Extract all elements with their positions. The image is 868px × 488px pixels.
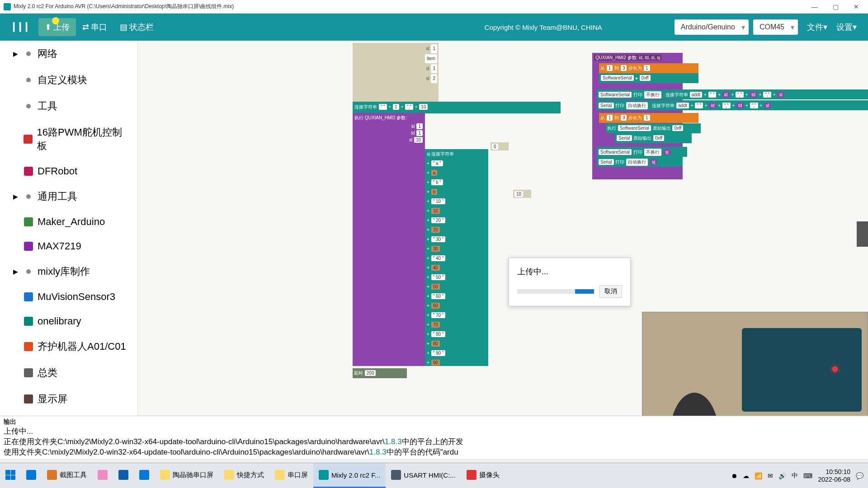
settings-menu[interactable]: 设置▾ — [832, 18, 861, 36]
block-range-2[interactable]: 从 1 到 3 步长为 1 — [599, 113, 698, 123]
category-item[interactable]: MAX7219 — [0, 234, 137, 258]
category-item[interactable]: ▶网络 — [0, 41, 137, 67]
minimize-button[interactable]: — — [811, 3, 818, 10]
block-soft-noline[interactable]: SoftwareSerial 打印 不换行 sj — [597, 147, 687, 157]
category-item[interactable]: DFRobot — [0, 159, 137, 183]
taskbar-item[interactable]: Mixly 2.0 rc2 F... — [313, 463, 386, 488]
taskbar-item[interactable]: 串口屏 — [269, 463, 313, 488]
upload-dialog: 上传中... 取消 — [509, 258, 631, 306]
toolbar: ▎▎▎ ⬆ 上传 ⇄ 串口 ▤ 状态栏 Copyright © Mixly Te… — [0, 14, 868, 41]
category-sidebar: ▶网络自定义模块工具16路PWM舵机控制板DFRobot▶通用工具Maker_A… — [0, 41, 138, 416]
category-item[interactable]: 显示屏 — [0, 386, 137, 412]
block-init[interactable]: sl 1 item sl 1 sl 2 — [353, 43, 439, 102]
side-collapse-handle[interactable] — [857, 221, 868, 247]
block-range[interactable]: 从 1 到 3 步长为 1 — [599, 63, 698, 73]
category-item[interactable]: 16路PWM舵机控制板 — [0, 119, 137, 159]
taskbar-item[interactable]: 摄像头 — [461, 463, 505, 488]
clock[interactable]: 10:50:102022-06-08 — [818, 468, 850, 483]
port-select[interactable]: COM45 — [753, 19, 798, 35]
block-serial-print[interactable]: Serial 打印 自动换行 连接字符串 addt + " " + id + "… — [597, 100, 868, 110]
taskbar: 截图工具陶晶驰串口屏快捷方式串口屏Mixly 2.0 rc2 F...USART… — [0, 463, 868, 488]
block-quxian-exec[interactable]: 执行 QUXIAN_HMI2 参数: id 1 td 1 sl 10 — [353, 113, 425, 366]
console-header: 输出 — [4, 418, 864, 426]
tool-nav-left[interactable]: ▎▎▎ — [7, 19, 38, 36]
category-item[interactable]: 总类 — [0, 360, 137, 386]
orphan-0[interactable]: 0 — [491, 142, 509, 150]
category-item[interactable]: 齐护机器人A01/C01 — [0, 333, 137, 360]
copyright-text: Copyright © Mixly Team@BNU, CHINA — [485, 23, 602, 31]
keyboard-icon[interactable]: ⌨ — [803, 472, 812, 479]
taskbar-item[interactable]: 截图工具 — [42, 463, 92, 488]
progress-bar — [517, 289, 594, 294]
console-line: 使用文件夹C:\mixly2\Mixly2.0-win32-x64-update… — [4, 447, 864, 457]
taskbar-item[interactable] — [21, 463, 42, 488]
app-icon — [4, 3, 11, 10]
block-exec-soft[interactable]: 执行 SoftwareSerial 原始输出 0xff — [606, 123, 701, 133]
upload-button[interactable]: ⬆ 上传 — [38, 18, 76, 36]
tray-icon[interactable]: ⏺ — [731, 472, 737, 479]
category-item[interactable]: ▶mixly库制作 — [0, 258, 137, 285]
taskbar-item[interactable] — [113, 463, 134, 488]
block-soft-print[interactable]: SoftwareSerial 打印 不换行 连接字符串 addt + " " +… — [597, 89, 868, 99]
file-menu[interactable]: 文件▾ — [802, 18, 832, 36]
led-indicator — [832, 366, 838, 372]
tray-icon[interactable]: ☁ — [743, 472, 749, 479]
block-linkstr-1[interactable]: 连接字符串 " " + 1 + "," + 10 — [353, 102, 561, 113]
block-steps[interactable]: sj 连接字符串+ " a "+ a+ " b "+ b+ " 10 "+ 10… — [425, 149, 488, 366]
notification-icon[interactable]: 💬 — [856, 472, 863, 479]
status-label: 状态栏 — [129, 22, 154, 33]
serial-label: 串口 — [91, 22, 107, 33]
statusbar-button[interactable]: ▤ 状态栏 — [113, 18, 160, 36]
ime-icon[interactable]: 中 — [792, 472, 798, 480]
taskbar-item[interactable]: 陶晶驰串口屏 — [155, 463, 219, 488]
category-item[interactable]: Maker_Arduino — [0, 210, 137, 234]
console-line: 上传中... — [4, 426, 864, 436]
wifi-icon[interactable]: 📶 — [755, 472, 762, 479]
webcam-overlay — [642, 312, 868, 416]
close-button[interactable]: ✕ — [853, 3, 860, 10]
taskbar-item[interactable] — [92, 463, 113, 488]
category-item[interactable]: ▶通用工具 — [0, 183, 137, 210]
block-exec-serial[interactable]: Serial 原始输出 0xff — [615, 133, 692, 143]
taskbar-item[interactable]: USART HMI(C:... — [386, 463, 461, 488]
system-tray[interactable]: ⏺ ☁ 📶 ✉ 🔊 中 ⌨ 10:50:102022-06-08 💬 — [731, 468, 868, 483]
cancel-button[interactable]: 取消 — [599, 285, 622, 298]
window-title: Mixly 2.0 rc2 For Arduino AVR (C:\Users\… — [14, 3, 811, 10]
serial-button[interactable]: ⇄ 串口 — [76, 18, 113, 36]
block-softserial-hex[interactable]: SoftwareSerial ▸ 0xff — [599, 73, 698, 83]
taskbar-item[interactable]: 快捷方式 — [219, 463, 269, 488]
tray-icon[interactable]: ✉ — [768, 472, 773, 479]
block-delay[interactable]: 延时 200 — [353, 368, 407, 378]
taskbar-item[interactable] — [134, 463, 155, 488]
category-item[interactable]: 自定义模块 — [0, 67, 137, 93]
start-button[interactable] — [0, 463, 21, 488]
output-console: 输出 上传中... 正在使用文件夹C:\mixly2\Mixly2.0-win3… — [0, 416, 868, 459]
category-item[interactable]: MuVisionSensor3 — [0, 285, 137, 309]
volume-icon[interactable]: 🔊 — [778, 472, 786, 479]
category-item[interactable]: 工具 — [0, 93, 137, 119]
block-canvas[interactable]: sl 1 item sl 1 sl 2 连接字符串 " " + 1 + "," … — [138, 41, 868, 416]
maximize-button[interactable]: ▢ — [832, 3, 839, 10]
dialog-title: 上传中... — [517, 266, 622, 277]
category-item[interactable]: onelibrary — [0, 309, 137, 333]
orphan-10[interactable]: 10 — [513, 190, 531, 198]
board-select[interactable]: Arduino/Genuino — [675, 19, 749, 35]
cursor-highlight — [52, 17, 59, 24]
console-line: 正在使用文件夹C:\mixly2\Mixly2.0-win32-x64-upda… — [4, 436, 864, 447]
block-serial-auto[interactable]: Serial 打印 自动换行 sj — [597, 157, 683, 167]
